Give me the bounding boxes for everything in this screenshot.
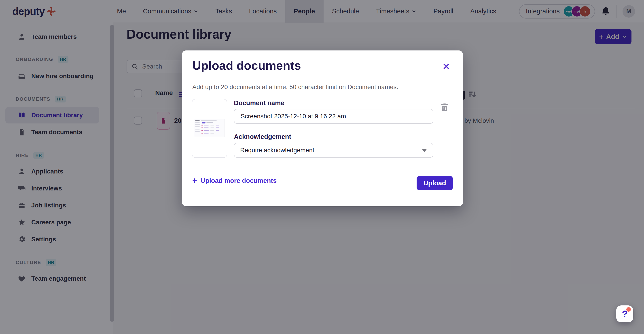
acknowledgement-value: Require acknowledgement bbox=[240, 147, 422, 154]
select-caret-icon bbox=[422, 149, 427, 152]
notification-dot bbox=[626, 307, 631, 312]
plus-icon: + bbox=[192, 176, 197, 185]
document-name-field bbox=[234, 109, 433, 124]
trash-icon[interactable] bbox=[440, 102, 450, 113]
document-name-input[interactable] bbox=[240, 113, 427, 120]
modal-subtitle: Add up to 20 documents at a time. 50 cha… bbox=[192, 83, 398, 91]
deputy-app: deputy Me Communications Tasks Locations… bbox=[0, 0, 644, 334]
question-mark-icon: ? bbox=[622, 309, 628, 319]
help-button[interactable]: ? bbox=[616, 306, 633, 322]
thumbnail-mini-screenshot bbox=[194, 119, 224, 137]
upload-button[interactable]: Upload bbox=[416, 176, 453, 190]
acknowledgement-label: Acknowledgement bbox=[234, 133, 291, 141]
modal-divider bbox=[192, 168, 452, 168]
acknowledgement-select[interactable]: Require acknowledgement bbox=[234, 143, 433, 158]
document-thumbnail-preview bbox=[192, 99, 227, 158]
document-name-label: Document name bbox=[234, 99, 284, 107]
close-icon[interactable]: ✕ bbox=[440, 60, 452, 73]
upload-more-documents-link[interactable]: + Upload more documents bbox=[192, 176, 276, 185]
modal-title: Upload documents bbox=[192, 58, 301, 72]
upload-documents-modal: Upload documents ✕ Add up to 20 document… bbox=[182, 50, 463, 206]
